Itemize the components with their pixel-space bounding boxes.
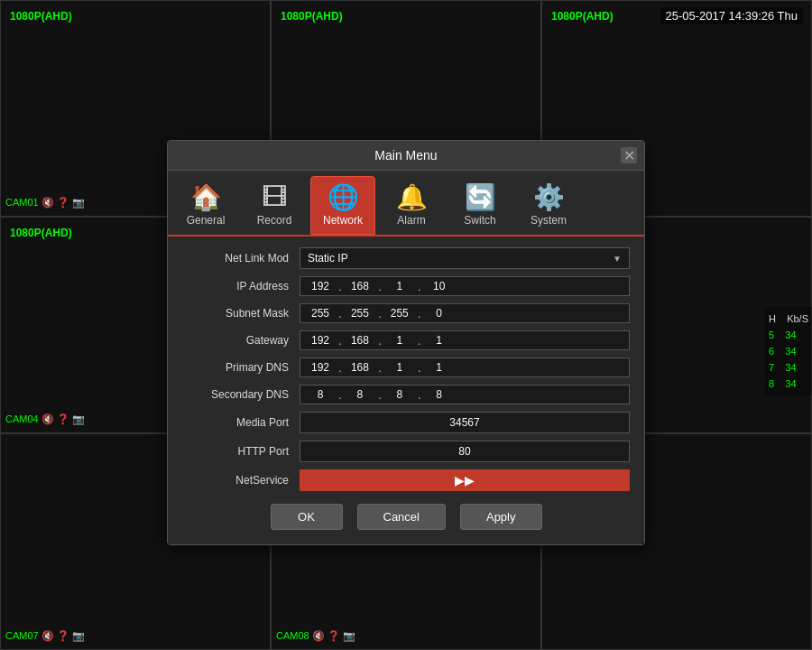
netservice-row: NetService ▶▶ bbox=[182, 469, 630, 491]
sdns-dot-3: . bbox=[418, 387, 421, 402]
tab-record-label: Record bbox=[257, 214, 292, 227]
gateway-seg1[interactable] bbox=[304, 334, 337, 347]
primary-dns-label: Primary DNS bbox=[182, 361, 300, 374]
timestamp: 25-05-2017 14:39:26 Thu bbox=[660, 7, 804, 24]
gateway-seg4[interactable] bbox=[423, 334, 456, 347]
alarm-icon: 🔔 bbox=[396, 182, 428, 212]
general-icon: 🏠 bbox=[190, 182, 222, 212]
media-port-row: Media Port bbox=[182, 412, 630, 433]
ip-address-input: . . . bbox=[300, 276, 630, 296]
media-port-value bbox=[300, 412, 630, 433]
secondary-dns-seg1[interactable] bbox=[304, 388, 337, 401]
tab-general[interactable]: 🏠 General bbox=[173, 176, 238, 235]
subnet-dot-2: . bbox=[378, 306, 382, 320]
sdns-dot-1: . bbox=[338, 387, 342, 402]
subnet-seg4[interactable] bbox=[423, 307, 456, 320]
ip-dot-3: . bbox=[418, 279, 421, 293]
subnet-mask-label: Subnet Mask bbox=[182, 307, 300, 320]
pdns-dot-1: . bbox=[338, 360, 342, 375]
tab-bar: 🏠 General 🎞 Record 🌐 Network 🔔 Alarm 🔄 S… bbox=[168, 171, 644, 237]
tab-general-label: General bbox=[187, 214, 226, 227]
camera-1-label: 1080P(AHD) bbox=[10, 10, 72, 23]
switch-icon: 🔄 bbox=[465, 182, 496, 212]
tab-alarm[interactable]: 🔔 Alarm bbox=[379, 176, 444, 235]
secondary-dns-seg3[interactable] bbox=[383, 388, 416, 401]
tab-switch[interactable]: 🔄 Switch bbox=[448, 176, 512, 235]
subnet-seg1[interactable] bbox=[304, 307, 337, 320]
camera-1-icons: CAM01 🔇 ❓ 📷 bbox=[5, 197, 85, 209]
kbs-row-1: 5 34 bbox=[769, 327, 808, 343]
secondary-dns-input: . . . bbox=[300, 385, 630, 404]
primary-dns-seg1[interactable] bbox=[304, 361, 337, 374]
record-icon: 🎞 bbox=[262, 182, 287, 212]
http-port-label: HTTP Port bbox=[182, 445, 300, 458]
gateway-label: Gateway bbox=[182, 334, 300, 347]
gateway-dot-2: . bbox=[378, 333, 382, 348]
primary-dns-row: Primary DNS . . . bbox=[182, 358, 630, 377]
netservice-icon: ▶▶ bbox=[455, 473, 475, 488]
media-port-label: Media Port bbox=[182, 416, 300, 429]
subnet-seg3[interactable] bbox=[383, 307, 416, 320]
http-port-input[interactable] bbox=[300, 441, 630, 462]
kbs-header: H Kb/S bbox=[769, 311, 808, 327]
ip-address-seg2[interactable] bbox=[344, 280, 376, 292]
tab-record[interactable]: 🎞 Record bbox=[242, 176, 307, 235]
ip-address-seg4[interactable] bbox=[423, 280, 456, 292]
dropdown-arrow-icon: ▼ bbox=[613, 254, 622, 264]
camera-3-label: 1080P(AHD) bbox=[551, 10, 614, 23]
subnet-dot-3: . bbox=[418, 306, 421, 320]
ip-address-row: IP Address . . . bbox=[182, 276, 630, 296]
net-link-mod-value: Static IP ▼ bbox=[300, 247, 630, 269]
sdns-dot-2: . bbox=[378, 387, 382, 402]
tab-network[interactable]: 🌐 Network bbox=[310, 176, 375, 235]
subnet-seg2[interactable] bbox=[344, 307, 376, 320]
ip-dot-1: . bbox=[338, 279, 342, 293]
tab-system[interactable]: ⚙️ System bbox=[516, 176, 581, 235]
camera-4-label: 1080P(AHD) bbox=[10, 227, 72, 239]
dialog-buttons: OK Cancel Apply bbox=[182, 504, 630, 530]
netservice-label: NetService bbox=[182, 474, 300, 487]
ip-address-seg1[interactable] bbox=[304, 280, 337, 292]
dialog-title: Main Menu bbox=[374, 148, 437, 162]
subnet-mask-value: . . . bbox=[300, 303, 630, 323]
apply-button[interactable]: Apply bbox=[460, 504, 542, 530]
http-port-row: HTTP Port bbox=[182, 441, 630, 462]
net-link-mod-row: Net Link Mod Static IP ▼ bbox=[182, 247, 630, 269]
primary-dns-seg3[interactable] bbox=[383, 361, 416, 374]
network-form: Net Link Mod Static IP ▼ IP Address . . … bbox=[168, 237, 644, 544]
secondary-dns-value: . . . bbox=[300, 385, 630, 404]
secondary-dns-seg2[interactable] bbox=[344, 388, 376, 401]
primary-dns-input: . . . bbox=[300, 358, 630, 377]
tab-network-label: Network bbox=[323, 214, 363, 227]
ok-button[interactable]: OK bbox=[271, 504, 343, 530]
netservice-button[interactable]: ▶▶ bbox=[300, 469, 630, 491]
media-port-input[interactable] bbox=[300, 412, 630, 433]
camera-4-icons: CAM04 🔇 ❓ 📷 bbox=[5, 413, 85, 425]
camera-2-label: 1080P(AHD) bbox=[281, 10, 343, 23]
gateway-seg2[interactable] bbox=[344, 334, 376, 347]
secondary-dns-row: Secondary DNS . . . bbox=[182, 385, 630, 404]
secondary-dns-seg4[interactable] bbox=[423, 388, 456, 401]
gateway-dot-1: . bbox=[338, 333, 342, 348]
ip-address-seg3[interactable] bbox=[383, 280, 416, 292]
network-icon: 🌐 bbox=[328, 182, 359, 212]
main-menu-dialog: Main Menu ✕ 🏠 General 🎞 Record 🌐 Network… bbox=[167, 140, 645, 545]
pdns-dot-3: . bbox=[418, 360, 421, 375]
primary-dns-seg2[interactable] bbox=[344, 361, 376, 374]
subnet-dot-1: . bbox=[338, 306, 342, 320]
primary-dns-seg4[interactable] bbox=[423, 361, 456, 374]
http-port-value bbox=[300, 441, 630, 462]
net-link-mod-dropdown[interactable]: Static IP ▼ bbox=[300, 247, 630, 269]
gateway-dot-3: . bbox=[418, 333, 421, 348]
ip-address-value: . . . bbox=[300, 276, 630, 296]
gateway-value: . . . bbox=[300, 330, 630, 350]
dialog-close-button[interactable]: ✕ bbox=[621, 147, 637, 163]
net-link-mod-selected: Static IP bbox=[308, 252, 348, 265]
kbs-row-3: 7 34 bbox=[769, 359, 808, 376]
cancel-button[interactable]: Cancel bbox=[357, 504, 446, 530]
dialog-titlebar: Main Menu ✕ bbox=[168, 141, 644, 171]
system-icon: ⚙️ bbox=[533, 182, 565, 212]
tab-system-label: System bbox=[531, 214, 567, 227]
gateway-seg3[interactable] bbox=[383, 334, 416, 347]
secondary-dns-label: Secondary DNS bbox=[182, 388, 300, 401]
